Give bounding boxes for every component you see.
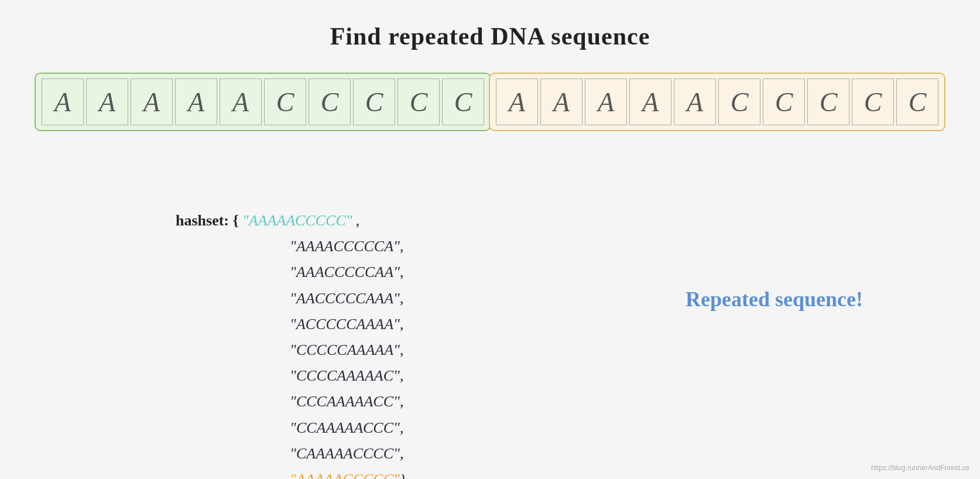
dna-cell: C (398, 78, 440, 125)
dna-cell: C (353, 78, 395, 125)
dna-cell: C (442, 78, 484, 125)
dna-cell: A (585, 78, 627, 125)
dna-cell: C (718, 78, 760, 125)
green-sequence-group: A A A A A C C C C C (35, 73, 491, 131)
dna-cell: C (309, 78, 351, 125)
hashset-label: hashset: { (176, 208, 239, 234)
hashset-section: hashset: { "AAAAACCCCC", "AAAACCCCCA", "… (176, 208, 407, 479)
dna-cell: A (175, 78, 217, 125)
hashset-line: "CCCAAAAACC", (290, 389, 407, 415)
dna-cell: C (852, 78, 894, 125)
dna-cell: A (540, 78, 582, 125)
dna-cell: A (674, 78, 716, 125)
dna-cell: C (763, 78, 805, 125)
dna-cell: A (131, 78, 173, 125)
hashset-line: "CCCCAAAAAC", (290, 363, 407, 389)
hashset-line: "CCAAAAACCC", (290, 415, 407, 441)
hashset-line: "CCCCCAAAAA", (290, 337, 407, 363)
dna-cell: A (629, 78, 671, 125)
dna-cell: A (220, 78, 262, 125)
dna-cell: A (42, 78, 84, 125)
hashset-line: "AACCCCCAAA", (290, 286, 407, 312)
dna-cell: A (496, 78, 538, 125)
hashset-line: "CAAAAACCCC", (290, 441, 407, 467)
orange-sequence-group: A A A A A C C C C C (489, 73, 945, 131)
dna-cell: C (807, 78, 849, 125)
hashset-line: "AAACCCCCAA", (290, 259, 407, 285)
hashset-entry-0: "AAAAACCCCC" (242, 208, 352, 234)
hashset-line-last: "AAAAACCCCC"} (290, 467, 407, 479)
dna-cell: C (264, 78, 306, 125)
hashset-line: "ACCCCCAAAA", (290, 312, 407, 337)
repeated-sequence-label: Repeated sequence! (686, 287, 863, 312)
watermark: https://blog.runnerAndForest.us (871, 464, 969, 472)
sequence-row: A A A A A C C C C C A A A A A C C C C C (0, 73, 980, 131)
hashset-line: "AAAACCCCCA", (290, 234, 407, 259)
dna-cell: A (86, 78, 128, 125)
page-title: Find repeated DNA sequence (0, 0, 980, 50)
hashset-comma-0: , (356, 208, 360, 234)
dna-cell: C (896, 78, 938, 125)
